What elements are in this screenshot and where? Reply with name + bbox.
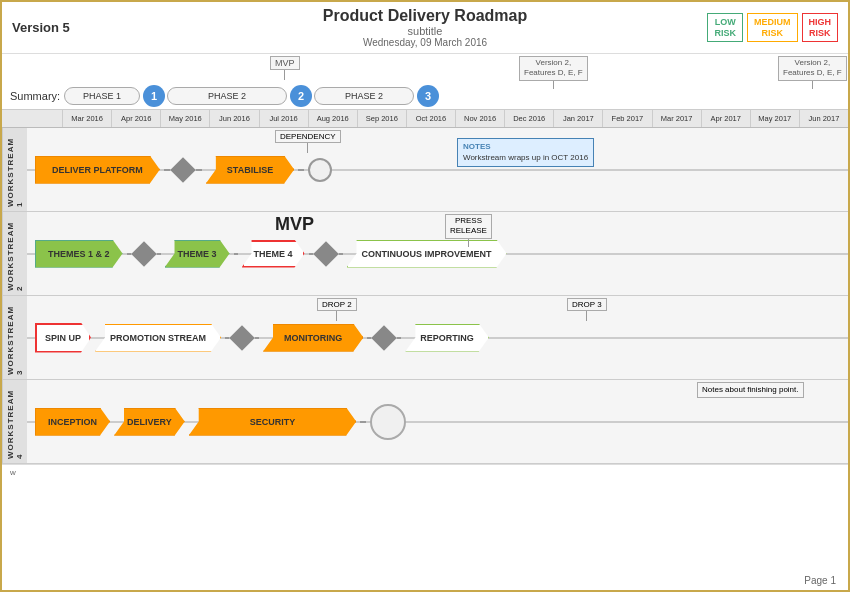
ws2-content: MVP PRESSRELEASE THEMES 1 & 2 THEME 3 TH… <box>27 212 848 295</box>
mvp-annotation-top: MVP <box>270 56 300 80</box>
month-dec2016: Dec 2016 <box>504 110 553 127</box>
stabilise-shape: STABILISE <box>206 156 294 184</box>
version2a-line <box>553 81 554 89</box>
ws4-content: Notes about finishing point. INCEPTION D… <box>27 380 848 463</box>
phase1-label: PHASE 1 <box>64 87 140 105</box>
drop3-annotation: DROP 3 <box>567 298 607 321</box>
version2b-annotation: Version 2,Features D, E, F <box>778 56 847 89</box>
phase2-block: PHASE 2 2 <box>167 85 312 107</box>
spinup-shape: SPIN UP <box>35 323 91 353</box>
theme3-shape: THEME 3 <box>165 240 230 268</box>
top-annotations: MVP Version 2,Features D, E, F Version 2… <box>2 54 848 82</box>
summary-row: Summary: PHASE 1 1 PHASE 2 2 PHASE 2 3 <box>2 82 848 110</box>
security-shape: SECURITY <box>189 408 357 436</box>
footer-ws-label: w <box>10 468 16 477</box>
month-jun2016: Jun 2016 <box>209 110 258 127</box>
monitoring-shape: MONITORING <box>263 324 363 352</box>
month-aug2016: Aug 2016 <box>308 110 357 127</box>
title-main: Product Delivery Roadmap <box>323 7 528 25</box>
ws1-label: WORKSTREAM 1 <box>2 128 27 211</box>
title-block: Product Delivery Roadmap subtitle Wednes… <box>323 7 528 48</box>
deliver-platform-shape: DELIVER PLATFORM <box>35 156 160 184</box>
mvp-big-label: MVP <box>275 214 314 235</box>
ws3-content: DROP 2 DROP 3 SPIN UP PROMOTION STREAM M <box>27 296 848 379</box>
workstream-4: WORKSTREAM 4 Notes about finishing point… <box>2 380 848 464</box>
phase1-block: PHASE 1 1 <box>64 85 165 107</box>
ws2-label: WORKSTREAM 2 <box>2 212 27 295</box>
high-risk-badge: HIGHRISK <box>802 13 839 43</box>
phase2-label: PHASE 2 <box>167 87 287 105</box>
ws4-items: INCEPTION DELIVERY SECURITY <box>35 404 406 440</box>
ws3-items: SPIN UP PROMOTION STREAM MONITORING REPO… <box>35 323 489 353</box>
month-apr2016: Apr 2016 <box>111 110 160 127</box>
month-oct2016: Oct 2016 <box>406 110 455 127</box>
drop3-line <box>586 311 587 321</box>
month-nov2016: Nov 2016 <box>455 110 504 127</box>
notes-title: NOTES <box>463 142 588 151</box>
ws3-diamond2 <box>372 325 397 350</box>
phase2-circle: 2 <box>290 85 312 107</box>
ws2-diamond2 <box>313 241 338 266</box>
ws1-notes-box: NOTES Workstream wraps up in OCT 2016 <box>457 138 594 167</box>
ws1-connector3 <box>298 169 304 171</box>
summary-label: Summary: <box>10 90 64 102</box>
phase3-label: PHASE 2 <box>314 87 414 105</box>
ws2-items: THEMES 1 & 2 THEME 3 THEME 4 CONTINUOUS … <box>35 240 507 268</box>
footer-strip: w <box>2 464 848 480</box>
workstream-2: WORKSTREAM 2 MVP PRESSRELEASE THEMES 1 &… <box>2 212 848 296</box>
header: Version 5 Product Delivery Roadmap subti… <box>2 2 848 54</box>
ws3-diamond1 <box>229 325 254 350</box>
mvp-line <box>284 70 285 80</box>
delivery-shape: DELIVERY <box>114 408 185 436</box>
phase3-circle: 3 <box>417 85 439 107</box>
month-jan2017: Jan 2017 <box>553 110 602 127</box>
themes12-shape: THEMES 1 & 2 <box>35 240 123 268</box>
month-mar2017: Mar 2017 <box>652 110 701 127</box>
page: Version 5 Product Delivery Roadmap subti… <box>0 0 850 592</box>
press-release-annotation: PRESSRELEASE <box>445 214 492 247</box>
ws1-connector2 <box>196 169 202 171</box>
version2a-annotation: Version 2,Features D, E, F <box>519 56 588 89</box>
risk-badges: LOWRISK MEDIUMRISK HIGHRISK <box>707 13 838 43</box>
notes-finishing-annotation: Notes about finishing point. <box>697 382 804 398</box>
page-number: Page 1 <box>804 575 836 586</box>
title-date: Wednesday, 09 March 2016 <box>323 37 528 48</box>
month-sep2016: Sep 2016 <box>357 110 406 127</box>
ws1-items: DELIVER PLATFORM STABILISE <box>35 156 332 184</box>
month-mar2016: Mar 2016 <box>62 110 111 127</box>
inception-shape: INCEPTION <box>35 408 110 436</box>
drop2-annotation: DROP 2 <box>317 298 357 321</box>
timeline-bar: Mar 2016 Apr 2016 May 2016 Jun 2016 Jul … <box>2 110 848 128</box>
version-label: Version 5 <box>12 20 70 35</box>
medium-risk-badge: MEDIUMRISK <box>747 13 798 43</box>
version2b-line <box>812 81 813 89</box>
month-apr2017: Apr 2017 <box>701 110 750 127</box>
ws1-content: DEPENDENCY DELIVER PLATFORM STABILISE <box>27 128 848 211</box>
drop2-line <box>336 311 337 321</box>
ws4-label: WORKSTREAM 4 <box>2 380 27 463</box>
dependency-line <box>307 143 308 153</box>
dependency-annotation: DEPENDENCY <box>275 130 341 153</box>
workstream-1: WORKSTREAM 1 DEPENDENCY DELIVER PLATFORM… <box>2 128 848 212</box>
press-release-line <box>468 239 469 247</box>
ws2-diamond <box>131 241 156 266</box>
reporting-shape: REPORTING <box>405 324 489 352</box>
ws3-label: WORKSTREAM 3 <box>2 296 27 379</box>
month-may2017: May 2017 <box>750 110 799 127</box>
month-feb2017: Feb 2017 <box>602 110 651 127</box>
ws1-circle <box>308 158 332 182</box>
phase1-circle: 1 <box>143 85 165 107</box>
title-sub: subtitle <box>323 25 528 37</box>
low-risk-badge: LOWRISK <box>707 13 743 43</box>
workstream-3: WORKSTREAM 3 DROP 2 DROP 3 SPIN UP PROMO… <box>2 296 848 380</box>
phase3-block: PHASE 2 3 <box>314 85 439 107</box>
month-jul2016: Jul 2016 <box>259 110 308 127</box>
theme4-shape: THEME 4 <box>242 240 305 268</box>
ws1-notes-text: Workstream wraps up in OCT 2016 <box>463 153 588 163</box>
month-may2016: May 2016 <box>160 110 209 127</box>
month-jun2017: Jun 2017 <box>799 110 848 127</box>
ws4-end-circle <box>370 404 406 440</box>
ws1-diamond <box>170 157 195 182</box>
promotion-stream-shape: PROMOTION STREAM <box>95 324 221 352</box>
